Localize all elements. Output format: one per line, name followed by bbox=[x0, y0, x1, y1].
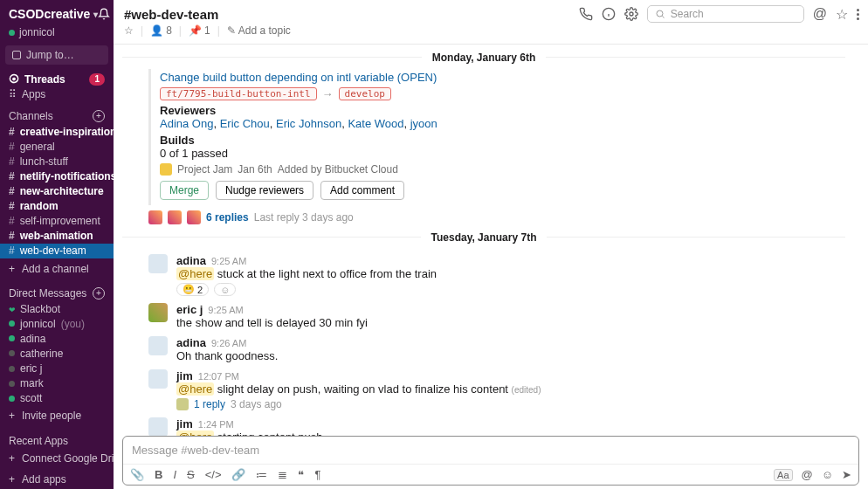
current-user[interactable]: jonnicol bbox=[0, 26, 114, 45]
recent-app-item[interactable]: +Connect Google Drive bbox=[0, 449, 114, 469]
presence-icon bbox=[9, 366, 15, 372]
channel-item[interactable]: #general bbox=[0, 139, 114, 154]
ol-icon[interactable]: ≔ bbox=[256, 468, 267, 481]
channel-item[interactable]: #self-improvement bbox=[0, 214, 114, 229]
dm-item[interactable]: mark bbox=[0, 376, 114, 391]
presence-icon bbox=[9, 335, 15, 341]
add-topic[interactable]: ✎ Add a topic bbox=[227, 24, 291, 37]
avatar[interactable] bbox=[148, 369, 168, 389]
target-branch[interactable]: develop bbox=[339, 87, 391, 100]
avatar[interactable] bbox=[148, 254, 168, 273]
dm-item[interactable]: jonnicol (you) bbox=[0, 316, 114, 331]
member-count: 8 bbox=[166, 24, 172, 37]
project-date: Jan 6th bbox=[238, 163, 272, 176]
thread-summary[interactable]: 1 reply3 days ago bbox=[176, 398, 819, 410]
channels-header: Channels bbox=[9, 110, 53, 122]
avatar[interactable] bbox=[148, 303, 168, 322]
more-icon[interactable] bbox=[857, 9, 859, 20]
project-name[interactable]: Project Jam bbox=[177, 163, 232, 176]
msg-author[interactable]: eric j bbox=[176, 303, 203, 316]
add-comment-button[interactable]: Add comment bbox=[320, 181, 404, 200]
reaction[interactable]: 😬 2 bbox=[176, 283, 209, 296]
mentions-icon[interactable]: @ bbox=[813, 6, 827, 22]
jump-to[interactable]: Jump to… bbox=[5, 45, 108, 65]
code-icon[interactable]: </> bbox=[205, 468, 222, 481]
avatar[interactable] bbox=[148, 417, 168, 436]
svg-point-4 bbox=[657, 10, 663, 17]
invite-people[interactable]: +Invite people bbox=[0, 406, 114, 426]
channel-label: random bbox=[20, 200, 59, 212]
bell-icon[interactable] bbox=[98, 8, 110, 20]
source-branch[interactable]: ft/7795-build-button-intl bbox=[160, 87, 317, 100]
msg-author[interactable]: adina bbox=[176, 336, 206, 349]
channel-item[interactable]: #netlify-notifications bbox=[0, 169, 114, 183]
nudge-button[interactable]: Nudge reviewers bbox=[216, 181, 313, 200]
phone-icon[interactable] bbox=[579, 7, 593, 21]
star-icon[interactable]: ☆ bbox=[836, 6, 848, 23]
channel-star-icon[interactable]: ☆ bbox=[124, 24, 134, 37]
add-channel-link[interactable]: +Add a channel bbox=[0, 258, 114, 279]
dm-item[interactable]: adina bbox=[0, 331, 114, 346]
codeblock-icon[interactable]: ¶ bbox=[314, 468, 320, 481]
reviewer-link[interactable]: jyoon bbox=[410, 117, 437, 130]
channel-label: netlify-notifications bbox=[20, 170, 114, 183]
pr-title[interactable]: Change build button depending on intl va… bbox=[160, 71, 394, 84]
reviewer-link[interactable]: Eric Chou bbox=[220, 117, 270, 130]
dm-item[interactable]: scott bbox=[0, 391, 114, 406]
search-input[interactable]: Search bbox=[647, 5, 804, 23]
dm-label: Slackbot bbox=[20, 303, 60, 315]
emoji-icon[interactable]: ☺ bbox=[822, 468, 833, 481]
recent-app-item[interactable]: +Add apps bbox=[0, 469, 114, 489]
link-icon[interactable]: 🔗 bbox=[231, 468, 245, 481]
dm-label: adina bbox=[20, 333, 45, 345]
mention[interactable]: @here bbox=[176, 267, 214, 280]
thread-replies[interactable]: 6 replies bbox=[206, 211, 249, 224]
reviewer-link[interactable]: Kate Wood bbox=[348, 117, 403, 130]
workspace-switcher[interactable]: CSODcreative ▾ bbox=[9, 7, 98, 21]
message-composer[interactable]: Message #web-dev-team 📎 B I S </> 🔗 ≔ ≣ … bbox=[122, 436, 859, 486]
dm-item[interactable]: eric j bbox=[0, 362, 114, 376]
italic-icon[interactable]: I bbox=[173, 468, 176, 481]
channel-item[interactable]: #web-dev-team bbox=[0, 244, 114, 258]
merge-button[interactable]: Merge bbox=[160, 181, 209, 200]
pin-icon[interactable]: 📌1 bbox=[189, 24, 210, 37]
attach-icon[interactable]: 📎 bbox=[130, 468, 144, 481]
add-channel-icon[interactable]: + bbox=[93, 110, 105, 122]
quote-icon[interactable]: ❝ bbox=[298, 468, 304, 481]
info-icon[interactable] bbox=[602, 7, 616, 21]
channel-item[interactable]: #random bbox=[0, 199, 114, 214]
avatar[interactable] bbox=[148, 336, 168, 355]
msg-author[interactable]: jim bbox=[176, 417, 193, 430]
format-toggle[interactable]: Aa bbox=[774, 469, 792, 481]
channel-item[interactable]: #web-animation bbox=[0, 229, 114, 244]
dm-item[interactable]: catherine bbox=[0, 346, 114, 361]
recent-apps-header: Recent Apps bbox=[9, 435, 68, 447]
nav-apps[interactable]: ⠿Apps bbox=[0, 86, 114, 101]
presence-icon bbox=[9, 320, 15, 327]
channel-title[interactable]: #web-dev-team bbox=[124, 7, 218, 22]
reply-count[interactable]: 1 reply bbox=[194, 398, 225, 410]
members-icon[interactable]: 👤8 bbox=[150, 24, 172, 37]
send-icon[interactable]: ➤ bbox=[842, 468, 851, 481]
reviewer-link[interactable]: Eric Johnson bbox=[276, 117, 341, 130]
mention-icon[interactable]: @ bbox=[802, 468, 813, 481]
channel-item[interactable]: #new-architecture bbox=[0, 184, 114, 199]
msg-author[interactable]: adina bbox=[176, 254, 206, 267]
channel-item[interactable]: #lunch-stuff bbox=[0, 154, 114, 169]
msg-author[interactable]: jim bbox=[176, 369, 193, 382]
strike-icon[interactable]: S bbox=[187, 468, 195, 481]
channel-item[interactable]: #creative-inspiration bbox=[0, 124, 114, 139]
dm-item[interactable]: ❤Slackbot bbox=[0, 301, 114, 316]
thread-summary[interactable]: 6 replies Last reply 3 days ago bbox=[148, 210, 845, 224]
ul-icon[interactable]: ≣ bbox=[278, 468, 287, 481]
composer-placeholder[interactable]: Message #web-dev-team bbox=[123, 437, 858, 464]
add-reaction-icon[interactable]: ☺ bbox=[214, 283, 236, 296]
gear-icon[interactable] bbox=[624, 7, 638, 21]
message-list[interactable]: Monday, January 6th Change build button … bbox=[114, 45, 868, 436]
new-dm-icon[interactable]: + bbox=[93, 287, 105, 300]
channel-label: web-animation bbox=[20, 230, 93, 242]
mention[interactable]: @here bbox=[176, 382, 214, 396]
bold-icon[interactable]: B bbox=[155, 468, 162, 481]
nav-threads[interactable]: ⦿Threads 1 bbox=[0, 72, 114, 86]
reviewer-link[interactable]: Adina Ong bbox=[160, 117, 213, 130]
